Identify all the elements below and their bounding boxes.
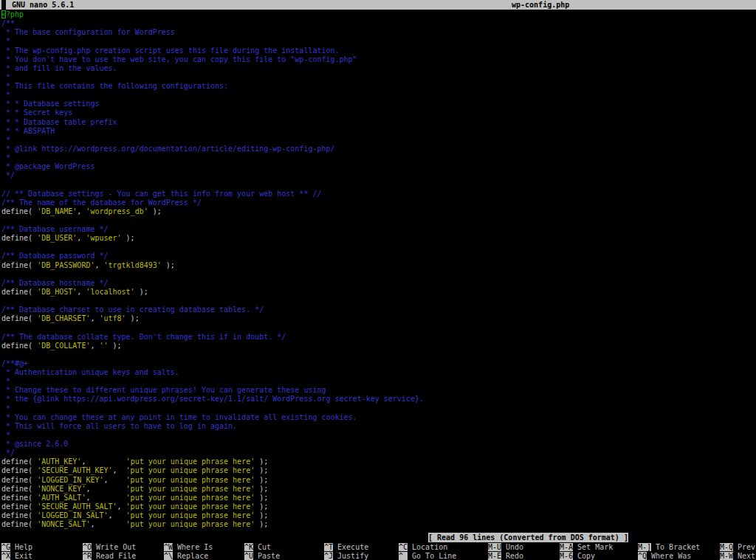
- code-segment: * This file contains the following confi…: [1, 82, 228, 90]
- code-segment: * The wp-config.php creation script uses…: [1, 46, 340, 55]
- shortcut-key: ^R: [83, 552, 92, 560]
- nano-terminal[interactable]: { "colors": { "chrome": "#c0c0c0", "plai…: [0, 0, 756, 560]
- shortcut-key: M-W: [720, 552, 733, 560]
- shortcut-prev[interactable]: M-QPrev: [720, 543, 755, 552]
- shortcut-next[interactable]: M-WNext: [720, 552, 755, 560]
- code-segment: * * Secret keys: [1, 108, 72, 117]
- shortcut-key: M-Q: [720, 543, 733, 551]
- shortcut-label: Redo: [501, 552, 523, 560]
- code-line: *: [1, 377, 755, 386]
- shortcut-set-mark[interactable]: M-ASet Mark: [560, 543, 613, 552]
- code-line: */: [1, 449, 755, 457]
- code-line: define( 'SECURE_AUTH_KEY', 'put your uni…: [1, 466, 755, 475]
- shortcut-label: Set Mark: [573, 543, 613, 551]
- shortcut-row-2: ^XExit^RRead File^\Replace^UPaste^JJusti…: [0, 552, 756, 560]
- code-segment: 'wordpress_db': [86, 207, 148, 215]
- shortcut-copy[interactable]: M-6Copy: [560, 552, 595, 560]
- code-segment: 'AUTH_KEY': [37, 457, 81, 466]
- app-title: GNU nano 5.6.1: [7, 0, 74, 10]
- code-line: * The base configuration for WordPress: [1, 28, 755, 37]
- shortcut-where-was[interactable]: ^QWhere Was: [638, 552, 691, 560]
- code-segment: 'trgtkld8493': [104, 261, 162, 269]
- shortcut-key: ^U: [244, 552, 253, 560]
- code-segment: *: [1, 153, 10, 162]
- shortcut-read-file[interactable]: ^RRead File: [83, 552, 136, 560]
- code-line: define( 'DB_CHARSET', 'utf8' );: [1, 314, 755, 323]
- shortcut-key: ^J: [324, 552, 333, 560]
- shortcut-label: Help: [10, 543, 32, 551]
- code-segment: 'put your unique phrase here': [126, 466, 255, 474]
- code-segment: ,: [77, 207, 86, 215]
- shortcut-replace[interactable]: ^\Replace: [164, 552, 208, 560]
- code-segment: * This will force all users to have to l…: [1, 422, 237, 430]
- shortcut-help[interactable]: ^GHelp: [1, 543, 32, 552]
- status-message: [ Read 96 lines (Converted from DOS form…: [428, 533, 628, 542]
- shortcut-redo[interactable]: M-ERedo: [488, 552, 523, 560]
- code-segment: 'SECURE_AUTH_SALT': [37, 502, 117, 511]
- shortcut-undo[interactable]: M-UUndo: [488, 543, 523, 552]
- code-line: *: [1, 153, 755, 162]
- shortcut-label: Execute: [333, 543, 368, 551]
- code-segment: ,: [77, 234, 86, 242]
- code-line: <?php: [1, 10, 755, 19]
- shortcut-exit[interactable]: ^XExit: [1, 552, 32, 560]
- code-line: * Authentication unique keys and salts.: [1, 368, 755, 377]
- code-segment: 'DB_PASSWORD': [37, 261, 94, 269]
- code-segment: define(: [1, 234, 37, 242]
- code-segment: );: [255, 485, 268, 493]
- code-segment: define(: [1, 457, 37, 466]
- code-segment: /** Database password */: [1, 252, 109, 260]
- shortcut-key: ^T: [324, 543, 333, 551]
- code-segment: 'utf8': [99, 314, 126, 322]
- code-segment: 'AUTH_SALT': [37, 494, 86, 502]
- code-line: /** Database hostname */: [1, 279, 755, 288]
- code-segment: 'LOGGED_IN_KEY': [37, 476, 103, 484]
- shortcut-write-out[interactable]: ^OWrite Out: [83, 543, 136, 552]
- code-line: * the {@link https://api.wordpress.org/s…: [1, 395, 755, 404]
- shortcut-cut[interactable]: ^KCut: [244, 543, 271, 552]
- shortcut-execute[interactable]: ^TExecute: [324, 543, 368, 552]
- code-line: * This will force all users to have to l…: [1, 422, 755, 431]
- code-line: define( 'AUTH_KEY', 'put your unique phr…: [1, 457, 755, 466]
- code-segment: ,: [90, 314, 99, 322]
- editor-content[interactable]: <?php/** * The base configuration for Wo…: [1, 10, 755, 529]
- code-segment: ,: [86, 485, 126, 493]
- code-line: /** Database username */: [1, 225, 755, 234]
- shortcut-key: ^W: [164, 543, 173, 551]
- shortcut-location[interactable]: ^CLocation: [399, 543, 447, 552]
- shortcut-key: ^Q: [638, 552, 647, 560]
- code-line: /**#@+: [1, 359, 755, 368]
- shortcut-row-1: ^GHelp^OWrite Out^WWhere Is^KCut^TExecut…: [0, 543, 756, 552]
- code-segment: );: [255, 511, 268, 519]
- shortcut-justify[interactable]: ^JJustify: [324, 552, 368, 560]
- shortcut-key: M-U: [488, 543, 501, 551]
- code-segment: define(: [1, 207, 37, 215]
- code-segment: * * ABSPATH: [1, 127, 55, 135]
- code-segment: ?php: [6, 10, 24, 18]
- code-segment: 'put your unique phrase here': [126, 494, 255, 502]
- shortcut-paste[interactable]: ^UPaste: [244, 552, 280, 560]
- code-segment: define(: [1, 261, 37, 269]
- shortcut-key: ^X: [1, 552, 10, 560]
- code-segment: define(: [1, 342, 37, 350]
- code-segment: * @package WordPress: [1, 162, 94, 170]
- code-line: /**: [1, 19, 755, 28]
- code-segment: );: [122, 234, 135, 242]
- title-bar: GNU nano 5.6.1 wp-config.php: [0, 0, 756, 10]
- code-line: [1, 270, 755, 279]
- code-segment: 'put your unique phrase here': [126, 502, 255, 511]
- code-segment: ,: [86, 494, 126, 502]
- code-line: * * ABSPATH: [1, 127, 755, 136]
- code-segment: 'put your unique phrase here': [126, 520, 255, 528]
- code-segment: 'NONCE_SALT': [37, 520, 90, 528]
- shortcut-where-is[interactable]: ^WWhere Is: [164, 543, 213, 552]
- code-segment: /** Database hostname */: [1, 279, 109, 287]
- code-segment: define(: [1, 314, 37, 322]
- code-segment: ,: [94, 261, 103, 269]
- code-segment: */: [1, 449, 15, 457]
- code-segment: /** Database username */: [1, 225, 109, 233]
- code-line: * @package WordPress: [1, 162, 755, 171]
- shortcut-to-bracket[interactable]: M-]To Bracket: [638, 543, 700, 552]
- code-segment: *: [1, 404, 10, 412]
- shortcut-go-to-line[interactable]: ^_Go To Line: [399, 552, 456, 560]
